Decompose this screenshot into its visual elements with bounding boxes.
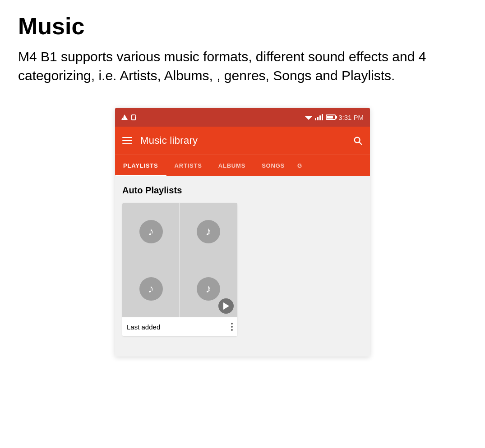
status-bar-right: 3:31 PM (305, 114, 364, 121)
svg-marker-0 (305, 116, 312, 120)
playlist-info: Last added (122, 317, 237, 336)
more-dot-3 (231, 329, 233, 331)
music-note-3: ♪ (139, 277, 163, 301)
tab-artists[interactable]: ARTISTS (166, 155, 210, 176)
search-button[interactable] (353, 136, 363, 146)
page-title: Music (18, 14, 467, 39)
playlist-cell-2: ♪ (180, 203, 237, 260)
app-bar: Music library (115, 127, 370, 155)
status-bar: 3:31 PM (115, 108, 370, 127)
signal-icon (315, 114, 323, 120)
music-note-1: ♪ (139, 220, 163, 243)
app-bar-title: Music library (140, 135, 345, 146)
battery-icon (326, 114, 336, 120)
playlist-grid: ♪ ♪ ♪ ♪ (122, 203, 237, 317)
tab-songs[interactable]: SONGS (254, 155, 293, 176)
sim-icon (131, 114, 136, 120)
more-dot-1 (231, 323, 233, 325)
more-dot-2 (231, 326, 233, 328)
tabs-bar: PLAYLISTS ARTISTS ALBUMS SONGS G (115, 155, 370, 176)
status-bar-left (121, 114, 136, 120)
warning-icon (121, 114, 128, 120)
tab-genres-partial[interactable]: G (293, 155, 307, 176)
more-options-button[interactable] (231, 323, 233, 331)
time-display: 3:31 PM (338, 114, 364, 121)
phone-mockup: 3:31 PM Music library PLAYLISTS ARTISTS … (18, 108, 467, 357)
tab-playlists[interactable]: PLAYLISTS (115, 155, 166, 176)
wifi-icon (305, 114, 312, 121)
play-triangle-icon (223, 302, 229, 310)
menu-icon[interactable] (122, 137, 132, 144)
tab-albums[interactable]: ALBUMS (210, 155, 254, 176)
section-title: Auto Playlists (122, 185, 363, 196)
playlist-cell-1: ♪ (122, 203, 180, 260)
playlist-name: Last added (127, 323, 160, 331)
phone-screen: 3:31 PM Music library PLAYLISTS ARTISTS … (115, 108, 370, 357)
music-note-2: ♪ (197, 220, 220, 243)
play-button-overlay[interactable] (218, 298, 234, 314)
page-description: M4 B1 supports various music formats, di… (18, 47, 467, 85)
content-area: Auto Playlists ♪ ♪ ♪ (115, 176, 370, 357)
playlist-card[interactable]: ♪ ♪ ♪ ♪ (122, 203, 237, 336)
svg-line-2 (359, 142, 361, 144)
search-icon (353, 136, 363, 146)
playlist-cell-3: ♪ (122, 260, 180, 317)
playlist-cell-4: ♪ (180, 260, 237, 317)
music-note-4: ♪ (197, 277, 220, 301)
